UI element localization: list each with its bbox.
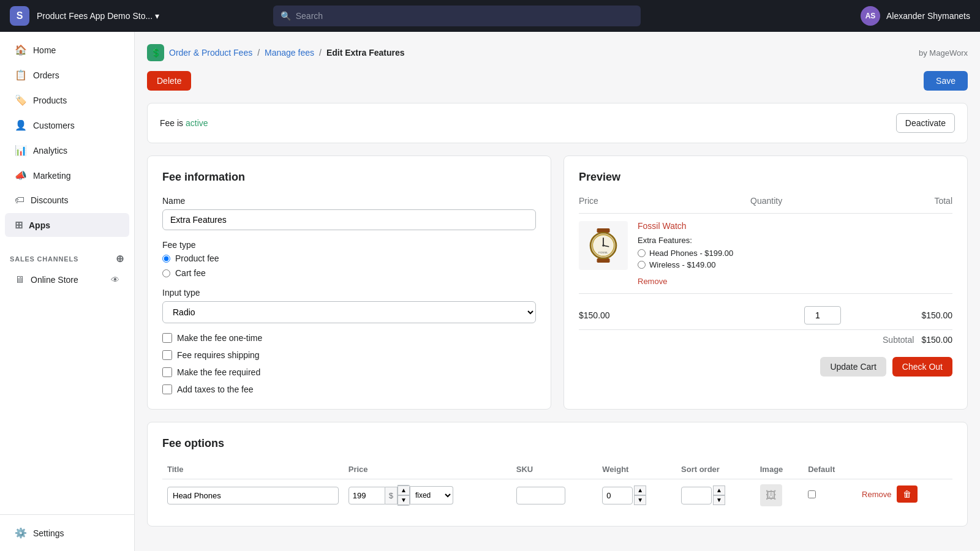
settings-icon: ⚙️: [15, 527, 27, 539]
input-type-select[interactable]: Radio Checkbox Select Text: [162, 301, 536, 323]
sidebar-item-online-store[interactable]: 🖥 Online Store 👁: [5, 268, 129, 291]
col-sort-order: Sort order: [676, 460, 755, 479]
required-checkbox[interactable]: [162, 367, 172, 377]
preview-price-value: $150.00: [579, 310, 741, 320]
cart-fee-option[interactable]: Cart fee: [162, 268, 536, 278]
avatar[interactable]: AS: [861, 6, 880, 26]
delete-button[interactable]: Delete: [147, 71, 191, 91]
watch-svg: FOSSIL: [582, 224, 625, 267]
remove-link[interactable]: Remove: [638, 277, 667, 286]
product-fee-option[interactable]: Product fee: [162, 253, 536, 263]
one-time-checkbox[interactable]: [162, 333, 172, 343]
sidebar-item-marketing[interactable]: 📣 Marketing: [5, 163, 129, 187]
product-fee-radio[interactable]: [162, 255, 170, 263]
preview-quantity-input-wrap: [741, 306, 903, 324]
svg-point-6: [602, 244, 605, 247]
extra-features-label: Extra Features:: [638, 236, 952, 245]
sidebar-item-analytics[interactable]: 📊 Analytics: [5, 138, 129, 162]
col-sku: SKU: [511, 460, 598, 479]
table-row: $ ▲ ▼ fixed percent: [162, 479, 952, 512]
sidebar-item-settings[interactable]: ⚙️ Settings: [5, 521, 129, 545]
sort-input-wrap: ▲ ▼: [681, 485, 750, 505]
price-type-select[interactable]: fixed percent: [410, 486, 453, 504]
sidebar-item-customers[interactable]: 👤 Customers: [5, 113, 129, 137]
apps-icon: ⊞: [15, 219, 23, 231]
fee-status-text: Fee is active: [160, 118, 208, 128]
price-up-button[interactable]: ▲: [398, 485, 410, 495]
price-stepper: ▲ ▼: [398, 485, 410, 506]
sidebar-bottom: ⚙️ Settings: [0, 514, 134, 551]
active-status: active: [186, 118, 208, 128]
shipping-checkbox-option[interactable]: Fee requires shipping: [162, 350, 536, 360]
fee-option-headphones[interactable]: Head Phones - $199.00: [638, 249, 952, 258]
top-nav: S Product Fees App Demo Sto... ▾ 🔍 AS Al…: [0, 0, 980, 32]
sidebar-item-orders[interactable]: 📋 Orders: [5, 63, 129, 87]
sidebar-item-apps[interactable]: ⊞ Apps: [5, 213, 129, 237]
quantity-input[interactable]: [804, 306, 841, 324]
option-image-cell: 🖼: [755, 479, 803, 512]
checkbox-group: Make the fee one-time Fee requires shipp…: [162, 333, 536, 394]
weight-up-button[interactable]: ▲: [634, 485, 646, 495]
option-title-input[interactable]: [167, 487, 339, 504]
option-default-cell: [803, 479, 857, 512]
taxes-checkbox[interactable]: [162, 384, 172, 394]
breadcrumb-sep1: /: [257, 48, 260, 58]
breadcrumb: 💲 Order & Product Fees / Manage fees / E…: [147, 44, 968, 61]
one-time-checkbox-option[interactable]: Make the fee one-time: [162, 333, 536, 343]
preview-price-header: Price: [579, 196, 598, 206]
option-sku-cell: [511, 479, 598, 512]
analytics-icon: 📊: [15, 144, 27, 156]
option-delete-button[interactable]: 🗑: [897, 485, 918, 503]
store-selector[interactable]: Product Fees App Demo Sto... ▾: [37, 11, 159, 21]
update-cart-button[interactable]: Update Cart: [820, 357, 886, 377]
breadcrumb-app-link[interactable]: Order & Product Fees: [169, 48, 252, 58]
sidebar-item-discounts[interactable]: 🏷 Discounts: [5, 189, 129, 212]
preview-total-header: Total: [934, 196, 952, 206]
sidebar-item-home[interactable]: 🏠 Home: [5, 38, 129, 62]
sku-input[interactable]: [516, 487, 565, 504]
preview-total-value: $150.00: [903, 310, 952, 320]
cart-fee-radio[interactable]: [162, 269, 170, 277]
orders-icon: 📋: [15, 69, 27, 81]
fee-option-headphones-radio[interactable]: [638, 249, 646, 257]
taxes-checkbox-option[interactable]: Add taxes to the fee: [162, 384, 536, 394]
default-checkbox[interactable]: [808, 490, 816, 498]
add-sales-channel-button[interactable]: ⊕: [116, 253, 124, 264]
weight-input[interactable]: [602, 487, 633, 504]
sort-input[interactable]: [681, 487, 712, 504]
search-input[interactable]: [296, 11, 633, 21]
fee-options-table: Title Price SKU Weight Sort order Image …: [162, 460, 952, 511]
weight-down-button[interactable]: ▼: [634, 495, 646, 505]
subtotal-value: $150.00: [921, 335, 952, 345]
price-input[interactable]: [349, 487, 385, 504]
name-input[interactable]: [162, 209, 536, 230]
app-icon: 💲: [147, 44, 164, 61]
preview-product: FOSSIL Fossil Watch Extra Features: Head…: [579, 221, 952, 286]
fee-option-wireless[interactable]: Wireless - $149.00: [638, 260, 952, 269]
shipping-checkbox[interactable]: [162, 350, 172, 360]
option-sort-cell: ▲ ▼: [676, 479, 755, 512]
breadcrumb-manage-link[interactable]: Manage fees: [265, 48, 314, 58]
save-button[interactable]: Save: [924, 71, 968, 91]
fee-options-header-row: Title Price SKU Weight Sort order Image …: [162, 460, 952, 479]
required-checkbox-option[interactable]: Make the fee required: [162, 367, 536, 377]
option-remove-button[interactable]: Remove: [862, 490, 891, 499]
col-actions: [857, 460, 952, 479]
preview-summary: $150.00 $150.00 Subtotal $150.00 Update …: [579, 293, 952, 377]
checkout-button[interactable]: Check Out: [892, 357, 952, 377]
home-icon: 🏠: [15, 44, 27, 56]
fee-option-wireless-radio[interactable]: [638, 261, 646, 269]
fee-options-tbody: $ ▲ ▼ fixed percent: [162, 479, 952, 512]
fee-info-card: Fee information Name Fee type Product fe…: [147, 156, 551, 410]
deactivate-button[interactable]: Deactivate: [896, 113, 955, 133]
product-name: Fossil Watch: [638, 221, 952, 231]
sidebar-item-products[interactable]: 🏷️ Products: [5, 88, 129, 112]
price-down-button[interactable]: ▼: [398, 495, 410, 505]
name-label: Name: [162, 196, 536, 206]
sort-up-button[interactable]: ▲: [713, 485, 725, 495]
sort-down-button[interactable]: ▼: [713, 495, 725, 505]
preview-card: Preview Price Quantity Total: [564, 156, 968, 410]
preview-title: Preview: [579, 171, 952, 184]
breadcrumb-sep2: /: [319, 48, 322, 58]
preview-column-headers: Price Quantity Total: [579, 196, 952, 214]
